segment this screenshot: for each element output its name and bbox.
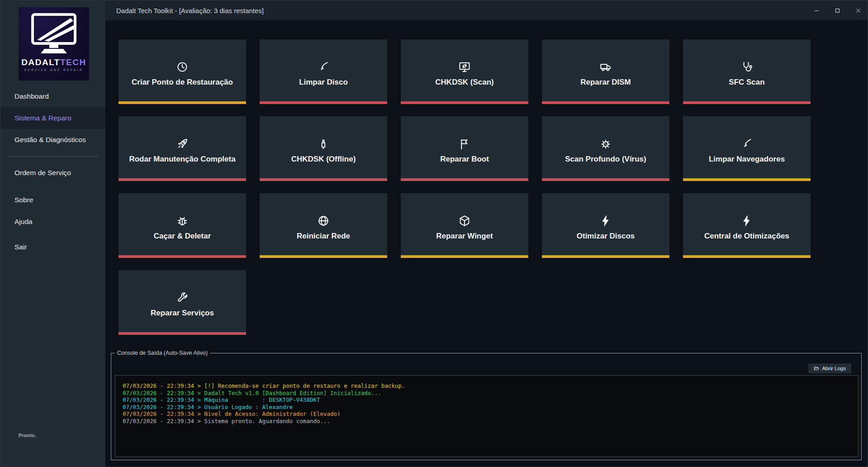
action-button[interactable]: Central de Otimizações	[683, 193, 811, 258]
console-line: 07/03/2026 - 22:39:34 > Nivel de Acesso:…	[123, 410, 851, 418]
sidebar-item-ordem-de-servic-o[interactable]: Ordem de Serviço	[0, 162, 105, 184]
folder-open-icon	[814, 366, 820, 372]
close-icon	[854, 7, 862, 14]
console-output[interactable]: 07/03/2026 - 22:39:34 > [!] Recomenda-se…	[115, 375, 859, 457]
window-title: Dadalt Tech Toolkit - [Avaliação: 3 dias…	[116, 7, 264, 14]
bug-icon	[176, 214, 189, 228]
action-button-label: CHKDSK (Scan)	[435, 78, 493, 87]
brand-logo: DADALTTECH SERVICE AND REPAIR	[19, 7, 89, 81]
action-button[interactable]: Limpar Disco	[260, 39, 387, 104]
console-line: 07/03/2026 - 22:39:34 > Usuário Logado :…	[123, 404, 851, 411]
usb-icon	[317, 138, 330, 151]
action-button-label: Reparar Winget	[436, 232, 493, 241]
action-button-label: Criar Ponto de Restauração	[132, 78, 233, 87]
monitor-logo-icon	[26, 12, 81, 57]
sidebar-item-dashboard[interactable]: Dashboard	[0, 86, 105, 107]
action-button[interactable]: CHKDSK (Offline)	[260, 116, 387, 181]
console-groupbox: Console de Saída (Auto-Save Ativo) Abrir…	[111, 353, 862, 460]
action-button[interactable]: Reparar Winget	[401, 193, 528, 258]
action-button[interactable]: Criar Ponto de Restauração	[119, 39, 246, 104]
brush-icon	[317, 61, 330, 74]
brand-tagline: SERVICE AND REPAIR	[24, 68, 83, 71]
virus-icon	[599, 138, 612, 151]
action-button-label: Otimizar Discos	[577, 232, 635, 241]
action-button[interactable]: Scan Profundo (Vírus)	[542, 116, 669, 181]
action-button-label: Rodar Manutenção Completa	[129, 155, 235, 164]
brush-icon	[740, 138, 753, 151]
wrench-icon	[176, 291, 189, 305]
action-button-label: Central de Otimizações	[704, 232, 789, 241]
console-line: 07/03/2026 - 22:39:34 > Sistema pronto. …	[123, 418, 851, 425]
action-button[interactable]: CHKDSK (Scan)	[401, 39, 528, 104]
flag-icon	[458, 138, 471, 151]
maximize-button[interactable]	[827, 0, 848, 20]
lightning-icon	[599, 214, 612, 228]
action-button-label: CHKDSK (Offline)	[291, 155, 356, 164]
console-line: 07/03/2026 - 22:39:34 > Dadalt Tech v1.0…	[123, 390, 851, 397]
sidebar-nav: DashboardSistema & ReparoGestão & Diagnó…	[0, 86, 105, 258]
status-text: Pronto.	[19, 433, 36, 438]
console-group-label: Console de Saída (Auto-Save Ativo)	[115, 350, 210, 356]
sidebar-item-sobre[interactable]: Sobre	[0, 189, 105, 211]
action-button-label: Reiniciar Rede	[297, 232, 350, 241]
action-button-label: Caçar & Deletar	[154, 232, 211, 241]
sidebar-item-gesta-o-diagno-sticos[interactable]: Gestão & Diagnósticos	[0, 129, 105, 151]
console-line: 07/03/2026 - 22:39:34 > Máquina : DESKTO…	[123, 396, 851, 404]
package-icon	[458, 214, 471, 228]
rocket-icon	[176, 138, 189, 151]
action-button[interactable]: SFC Scan	[683, 39, 811, 104]
brand-text: DADALTTECH	[21, 58, 86, 67]
console-line: 07/03/2026 - 22:39:34 > [!] Recomenda-se…	[123, 382, 851, 390]
truck-icon	[599, 61, 612, 74]
maximize-icon	[834, 7, 841, 14]
sidebar-item-ajuda[interactable]: Ajuda	[0, 211, 105, 233]
nav-divider	[8, 156, 98, 157]
sidebar: DADALTTECH SERVICE AND REPAIR DashboardS…	[0, 0, 105, 467]
action-button[interactable]: Reparar Serviços	[119, 270, 246, 335]
minimize-icon	[813, 7, 821, 14]
sidebar-item-sistema-reparo[interactable]: Sistema & Reparo	[0, 107, 105, 129]
title-bar: Dadalt Tech Toolkit - [Avaliação: 3 dias…	[105, 0, 868, 20]
action-button[interactable]: Limpar Navegadores	[683, 116, 811, 181]
minimize-button[interactable]	[806, 0, 827, 20]
action-button[interactable]: Reparar Boot	[401, 116, 528, 181]
action-button-label: Limpar Disco	[299, 78, 348, 87]
action-grid: Criar Ponto de RestauraçãoLimpar DiscoCH…	[119, 39, 811, 335]
action-button[interactable]: Caçar & Deletar	[119, 193, 246, 258]
open-logs-label: Abrir Logs	[822, 366, 846, 371]
action-button[interactable]: Rodar Manutenção Completa	[119, 116, 246, 181]
lightning-icon	[740, 214, 753, 228]
monitor-scan-icon	[458, 61, 471, 74]
action-button-label: Limpar Navegadores	[709, 155, 785, 164]
action-button-label: Scan Profundo (Vírus)	[565, 155, 646, 164]
action-button[interactable]: Otimizar Discos	[542, 193, 669, 258]
action-button[interactable]: Reiniciar Rede	[260, 193, 387, 258]
open-logs-button[interactable]: Abrir Logs	[808, 363, 851, 373]
action-button-label: Reparar DISM	[580, 78, 631, 87]
globe-icon	[317, 214, 330, 228]
action-button-label: SFC Scan	[729, 78, 764, 87]
close-button[interactable]	[848, 0, 868, 20]
sidebar-item-sair[interactable]: Sair	[0, 236, 105, 258]
main-content: Criar Ponto de RestauraçãoLimpar DiscoCH…	[105, 20, 868, 467]
stethoscope-icon	[740, 61, 753, 74]
clock-icon	[176, 61, 189, 74]
window-controls	[806, 0, 868, 20]
action-button[interactable]: Reparar DISM	[542, 39, 669, 104]
action-button-label: Reparar Boot	[440, 155, 489, 164]
action-button-label: Reparar Serviços	[151, 309, 214, 318]
